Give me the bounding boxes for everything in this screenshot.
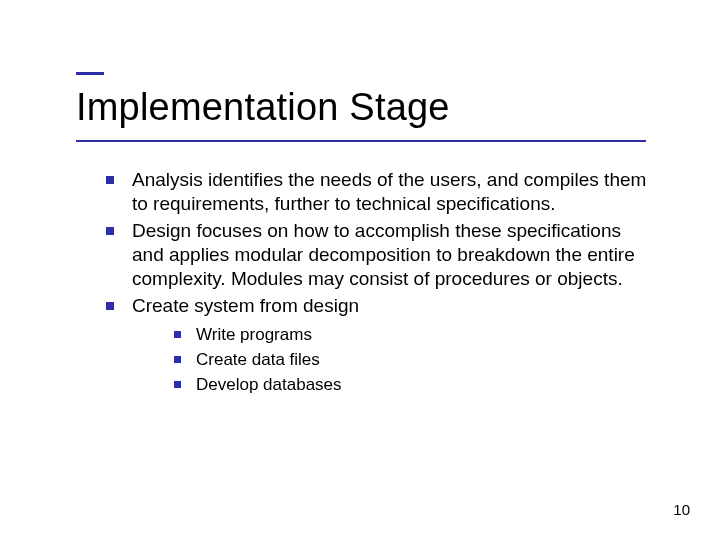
sub-bullet-item: Create data files xyxy=(172,349,656,372)
bullet-item: Create system from design Write programs… xyxy=(104,294,656,397)
bullet-item: Design focuses on how to accomplish thes… xyxy=(104,219,656,292)
page-number: 10 xyxy=(673,501,690,518)
sub-bullet-text: Create data files xyxy=(196,350,320,369)
bullet-text: Analysis identifies the needs of the use… xyxy=(132,169,646,214)
title-underline xyxy=(76,140,646,142)
title-block: Implementation Stage xyxy=(76,86,450,129)
slide-title: Implementation Stage xyxy=(76,86,450,129)
sub-bullet-item: Develop databases xyxy=(172,374,656,397)
slide: Implementation Stage Analysis identifies… xyxy=(0,0,720,540)
bullet-list: Analysis identifies the needs of the use… xyxy=(104,168,656,397)
bullet-text: Create system from design xyxy=(132,295,359,316)
title-accent-bar xyxy=(76,72,104,75)
bullet-text: Design focuses on how to accomplish thes… xyxy=(132,220,635,290)
sub-bullet-item: Write programs xyxy=(172,324,656,347)
sub-bullet-list: Write programs Create data files Develop… xyxy=(132,324,656,397)
body-content: Analysis identifies the needs of the use… xyxy=(104,168,656,399)
sub-bullet-text: Develop databases xyxy=(196,375,342,394)
sub-bullet-text: Write programs xyxy=(196,325,312,344)
bullet-item: Analysis identifies the needs of the use… xyxy=(104,168,656,217)
